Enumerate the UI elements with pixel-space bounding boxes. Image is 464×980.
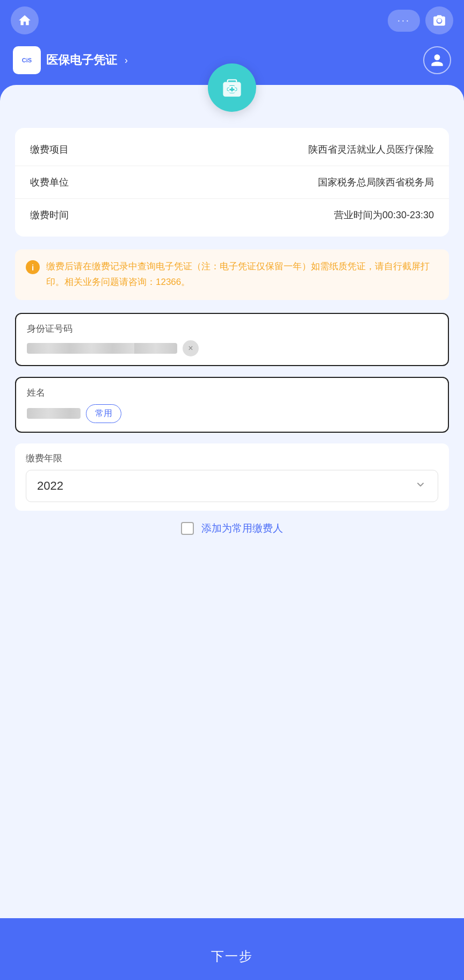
svg-point-0 <box>437 18 441 23</box>
value-collector: 国家税务总局陕西省税务局 <box>78 176 434 189</box>
id-field-group[interactable]: 身份证号码 × <box>15 313 449 366</box>
status-bar: ··· <box>0 0 464 41</box>
add-common-payer-checkbox[interactable] <box>181 522 194 535</box>
more-button[interactable]: ··· <box>388 10 420 32</box>
notice-text: 缴费后请在缴费记录中查询电子凭证（注：电子凭证仅保留一年）如需纸质凭证，请自行截… <box>46 259 438 290</box>
value-payment-time: 营业时间为00:30-23:30 <box>78 209 434 221</box>
info-row-time: 缴费时间 营业时间为00:30-23:30 <box>15 199 449 231</box>
checkbox-label: 添加为常用缴费人 <box>201 521 283 535</box>
medical-icon <box>208 63 256 112</box>
id-field-label: 身份证号码 <box>27 323 437 335</box>
label-payment-item: 缴费项目 <box>30 143 78 156</box>
year-field-label: 缴费年限 <box>26 452 438 464</box>
name-field-group[interactable]: 姓名 常用 <box>15 377 449 433</box>
icon-area <box>0 63 464 112</box>
checkbox-row: 添加为常用缴费人 <box>15 521 449 535</box>
svg-rect-7 <box>229 89 234 90</box>
common-use-button[interactable]: 常用 <box>86 404 121 423</box>
camera-button[interactable] <box>425 6 453 34</box>
label-payment-time: 缴费时间 <box>30 209 78 221</box>
name-value-blurred <box>27 408 81 419</box>
id-value-blurred <box>27 343 177 354</box>
status-bar-right: ··· <box>388 6 453 34</box>
year-field-group: 缴费年限 2022 <box>15 443 449 511</box>
name-field-label: 姓名 <box>27 387 437 399</box>
id-clear-button[interactable]: × <box>183 340 199 356</box>
info-icon: i <box>26 260 40 274</box>
main-card: 缴费项目 陕西省灵活就业人员医疗保险 收费单位 国家税务总局陕西省税务局 缴费时… <box>0 85 464 918</box>
name-input-row: 常用 <box>27 404 437 423</box>
info-row-item: 缴费项目 陕西省灵活就业人员医疗保险 <box>15 133 449 166</box>
year-select[interactable]: 2022 <box>26 470 438 502</box>
home-button[interactable] <box>11 6 39 34</box>
next-button[interactable]: 下一步 <box>0 933 464 980</box>
year-value: 2022 <box>37 479 414 493</box>
id-input-row: × <box>27 340 437 356</box>
info-section: 缴费项目 陕西省灵活就业人员医疗保险 收费单位 国家税务总局陕西省税务局 缴费时… <box>15 128 449 237</box>
chevron-down-icon <box>414 478 427 494</box>
label-collector: 收费单位 <box>30 176 78 189</box>
value-payment-item: 陕西省灵活就业人员医疗保险 <box>78 143 434 156</box>
notice-section: i 缴费后请在缴费记录中查询电子凭证（注：电子凭证仅保留一年）如需纸质凭证，请自… <box>15 249 449 300</box>
info-row-collector: 收费单位 国家税务总局陕西省税务局 <box>15 166 449 199</box>
